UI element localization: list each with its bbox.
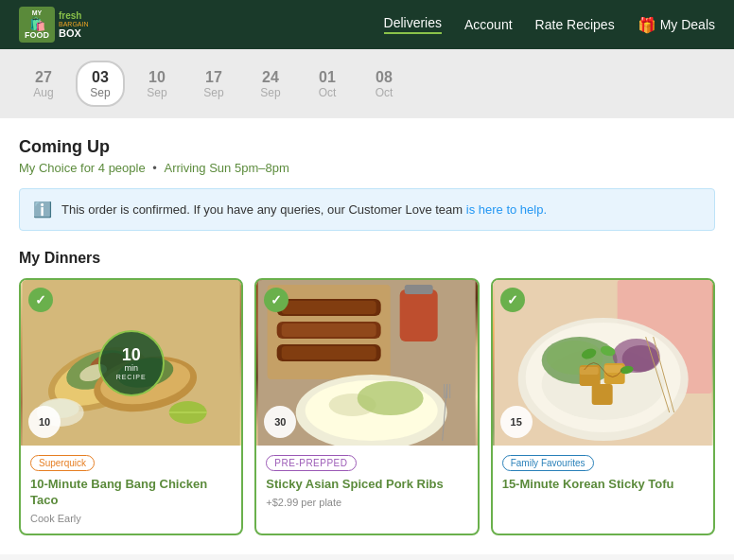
tag-family: Family Favourites (502, 455, 594, 471)
site-header: MY 🛍️ FOOD fresh BARGAIN BOX Deliveries … (0, 0, 734, 49)
tag-superquick: Superquick (30, 455, 95, 471)
meal-image-taco: ✓ 10 min RECIPE 10 (21, 280, 241, 446)
svg-rect-21 (400, 289, 438, 341)
meal-name-taco: 10-Minute Bang Bang Chicken Taco (30, 477, 232, 509)
meal-image-ribs: ✓ 30 (256, 280, 477, 446)
main-nav: Deliveries Account Rate Recipes 🎁 My Dea… (384, 15, 715, 34)
date-sep17[interactable]: 17 Sep (189, 62, 238, 105)
logo-my: MY (32, 9, 43, 16)
meal-card-tofu[interactable]: ✓ 15 Family Favourites 15-Minute Korean … (491, 278, 715, 535)
logo-text: fresh BARGAIN BOX (59, 10, 89, 39)
coming-up-subtitle: My Choice for 4 people • Arriving Sun 5p… (19, 161, 715, 175)
check-badge-taco: ✓ (28, 288, 53, 312)
meal-card-ribs[interactable]: ✓ 30 PRE-PREPPED Sticky Asian Spiced Por… (254, 278, 479, 535)
meal-info-ribs: PRE-PREPPED Sticky Asian Spiced Pork Rib… (256, 446, 477, 517)
date-selector: 27 Aug 03 Sep 10 Sep 17 Sep 24 Sep 01 Oc… (0, 49, 734, 118)
date-oct08[interactable]: 08 Oct (359, 62, 409, 105)
tenmin-overlay: 10 min RECIPE (98, 330, 165, 396)
nav-account[interactable]: Account (464, 17, 513, 32)
meal-card-taco[interactable]: ✓ 10 min RECIPE 10 Superquick 10-Minute … (19, 278, 243, 535)
check-badge-tofu: ✓ (500, 288, 525, 312)
cook-early-label: Cook Early (30, 513, 232, 524)
meals-grid: ✓ 10 min RECIPE 10 Superquick 10-Minute … (19, 278, 715, 535)
svg-rect-44 (603, 365, 622, 373)
svg-rect-42 (591, 384, 612, 405)
date-sep10[interactable]: 10 Sep (132, 62, 182, 105)
nav-rate-recipes[interactable]: Rate Recipes (535, 17, 615, 32)
customer-love-link[interactable]: is here to help. (466, 202, 547, 217)
svg-point-26 (358, 381, 424, 415)
info-icon: ℹ️ (33, 201, 52, 219)
svg-rect-22 (405, 285, 433, 294)
meal-image-tofu: ✓ 15 (493, 280, 713, 446)
svg-rect-18 (282, 301, 376, 314)
logo-food: FOOD (25, 31, 49, 40)
time-badge-taco: 10 (28, 406, 61, 438)
section-title-dinners: My Dinners (19, 250, 715, 267)
svg-rect-19 (282, 324, 376, 337)
meal-name-ribs: Sticky Asian Spiced Pork Ribs (266, 477, 467, 493)
svg-rect-43 (579, 367, 598, 375)
main-content: Coming Up My Choice for 4 people • Arriv… (0, 118, 734, 554)
date-sep03[interactable]: 03 Sep (76, 61, 125, 107)
nav-deliveries[interactable]: Deliveries (384, 15, 442, 34)
meal-info-tofu: Family Favourites 15-Minute Korean Stick… (493, 446, 713, 506)
time-badge-tofu: 15 (500, 406, 533, 438)
date-oct01[interactable]: 01 Oct (303, 62, 352, 105)
logo-box: MY 🛍️ FOOD (19, 7, 55, 43)
date-aug27[interactable]: 27 Aug (19, 62, 68, 105)
gift-icon: 🎁 (638, 16, 656, 34)
info-banner: ℹ️ This order is confirmed. If you have … (19, 188, 715, 231)
date-sep24[interactable]: 24 Sep (246, 62, 295, 105)
price-note-ribs: +$2.99 per plate (266, 497, 467, 508)
logo[interactable]: MY 🛍️ FOOD fresh BARGAIN BOX (19, 7, 89, 43)
svg-rect-20 (282, 346, 376, 359)
tag-preprepped: PRE-PREPPED (266, 455, 356, 471)
coming-up-title: Coming Up (19, 137, 715, 157)
meal-info-taco: Superquick 10-Minute Bang Bang Chicken T… (21, 446, 241, 534)
meal-name-tofu: 15-Minute Korean Sticky Tofu (502, 477, 704, 493)
nav-my-deals[interactable]: 🎁 My Deals (638, 16, 715, 34)
